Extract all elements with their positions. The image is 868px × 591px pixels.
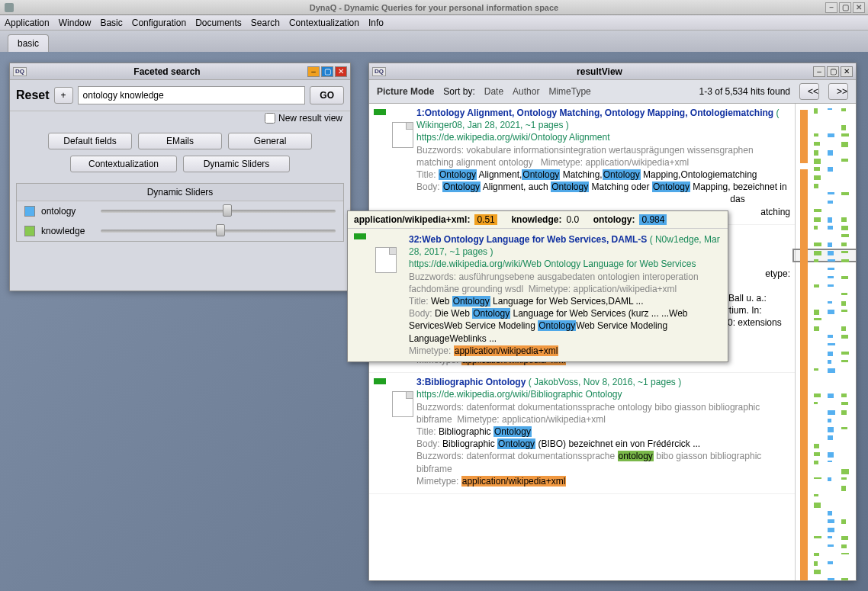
menu-basic[interactable]: Basic	[100, 18, 122, 28]
resultview-close-icon[interactable]: ✕	[841, 66, 853, 77]
result-title: 3:Bibliographic Ontology	[416, 377, 526, 387]
menu-documents[interactable]: Documents	[195, 18, 242, 28]
menu-contextualization[interactable]: Contextualization	[289, 18, 359, 28]
buzzwords-label: Buzzwords:	[416, 451, 464, 461]
result-mime: application/wikipedia+xml	[585, 157, 689, 168]
slider-row-ontology: ontology	[17, 201, 343, 221]
faceted-close-icon[interactable]: ✕	[335, 66, 347, 77]
new-result-view-label: New result view	[278, 113, 342, 124]
add-button[interactable]: +	[54, 87, 73, 104]
highlight-ontology: Ontology	[493, 426, 532, 437]
tooltip-ontology-value: 0.984	[639, 214, 667, 225]
resultview-minimize-icon[interactable]: –	[813, 66, 825, 77]
buzzwords-label: Buzzwords:	[409, 271, 456, 282]
title-label: Title:	[409, 296, 429, 307]
menu-configuration[interactable]: Configuration	[132, 18, 186, 28]
general-button[interactable]: General	[228, 133, 312, 149]
mimetype-label: Mimetype:	[416, 476, 458, 487]
maximize-icon[interactable]: ▢	[839, 2, 851, 13]
new-result-view-checkbox[interactable]	[265, 113, 275, 124]
highlight-ontology: Ontology	[538, 320, 576, 331]
slider-label-knowledge: knowledge	[41, 226, 95, 236]
menu-application[interactable]: Application	[5, 18, 50, 28]
tooltip-mime: application/wikipedia+xml	[573, 284, 677, 294]
tabbar: basic	[0, 31, 868, 52]
hits-label: 1-3 of 5,534 hits found	[699, 86, 790, 97]
document-icon	[392, 122, 413, 148]
dq-icon: DQ	[13, 67, 27, 76]
mimetype-label: Mimetype:	[457, 414, 499, 425]
faceted-title: Faceted search	[27, 66, 307, 77]
menu-search[interactable]: Search	[251, 18, 280, 28]
sort-author[interactable]: Author	[513, 86, 539, 97]
close-icon[interactable]: ✕	[853, 2, 865, 13]
resultview-title: resultView	[386, 66, 813, 77]
mimetype-label: Mimetype:	[529, 284, 571, 294]
search-input[interactable]	[78, 86, 306, 104]
menu-info[interactable]: Info	[368, 18, 384, 28]
minimap[interactable]	[795, 104, 856, 580]
tooltip-mime-value: 0.51	[474, 214, 497, 225]
highlight-mimetype: application/wikipedia+xml	[454, 345, 559, 356]
result-meta: ( JakobVoss, Nov 8, 2016, ~1 pages )	[529, 377, 681, 387]
menu-window[interactable]: Window	[59, 18, 92, 28]
knowledge-color-icon	[24, 226, 35, 236]
go-button[interactable]: GO	[310, 86, 344, 104]
tooltip-ontology-label: ontology:	[593, 214, 635, 225]
faceted-maximize-icon[interactable]: ▢	[321, 66, 333, 77]
result-item[interactable]: 3:Bibliographic Ontology ( JakobVoss, No…	[369, 373, 795, 494]
result-url: https://de.wikipedia.org/wiki/Ontology A…	[416, 132, 609, 143]
next-button[interactable]: >>	[828, 83, 848, 100]
window-titlebar: DynaQ - Dynamic Queries for your persona…	[0, 0, 868, 15]
dynamic-sliders-section: Dynamic Sliders ontology knowledge	[16, 183, 344, 242]
dynamic-sliders-title: Dynamic Sliders	[17, 184, 343, 201]
contextualization-button[interactable]: Contextualization	[70, 156, 177, 172]
tooltip-url: https://de.wikipedia.org/wiki/Web Ontolo…	[409, 259, 696, 269]
resultview-maximize-icon[interactable]: ▢	[827, 66, 839, 77]
document-icon	[392, 391, 413, 417]
slider-ontology[interactable]	[101, 210, 336, 213]
reset-label: Reset	[16, 88, 50, 102]
highlight-ontology: Ontology	[497, 438, 535, 449]
slider-thumb-ontology[interactable]	[223, 204, 232, 217]
highlight-ontology: Ontology	[439, 169, 477, 180]
sort-date[interactable]: Date	[484, 86, 503, 97]
tooltip-mime-label: application/wikipedia+xml:	[354, 214, 470, 225]
highlight-ontology-green: ontology	[618, 451, 654, 461]
mimetype-label: Mimetype:	[409, 345, 451, 356]
menubar: Application Window Basic Configuration D…	[0, 15, 868, 31]
window-title: DynaQ - Dynamic Queries for your persona…	[310, 3, 558, 12]
relevance-indicator-icon	[374, 378, 386, 384]
body-label: Body:	[416, 181, 440, 192]
minimize-icon[interactable]: –	[825, 2, 837, 13]
picture-mode-button[interactable]: Picture Mode	[377, 86, 434, 97]
faceted-minimize-icon[interactable]: –	[307, 66, 320, 77]
highlight-ontology: Ontology	[472, 308, 510, 319]
sort-mimetype[interactable]: MimeType	[548, 86, 590, 97]
default-fields-button[interactable]: Default fields	[48, 133, 132, 149]
slider-thumb-knowledge[interactable]	[216, 224, 225, 236]
slider-row-knowledge: knowledge	[17, 221, 343, 241]
highlight-mimetype: application/wikipedia+xml	[461, 476, 567, 487]
emails-button[interactable]: EMails	[138, 133, 222, 149]
resultview-toolbar: Picture Mode Sort by: Date Author MimeTy…	[369, 80, 856, 104]
highlight-ontology: Ontology	[652, 181, 690, 192]
relevance-indicator-icon	[354, 233, 366, 239]
dynamic-sliders-button[interactable]: Dynamic Sliders	[183, 156, 290, 172]
highlight-ontology: Ontology	[442, 181, 481, 192]
result-item[interactable]: 1:Ontology Alignment, Ontology Matching,…	[369, 104, 795, 225]
buzzwords-label: Buzzwords:	[416, 402, 464, 413]
prev-button[interactable]: <<	[799, 83, 819, 100]
slider-knowledge[interactable]	[101, 230, 336, 233]
title-label: Title:	[416, 426, 436, 437]
workspace: DY DQ Faceted search – ▢ ✕ Reset + GO Ne…	[0, 52, 868, 591]
app-icon	[5, 3, 14, 12]
tooltip-title: 32:Web Ontology Language for Web Service…	[409, 234, 647, 245]
highlight-ontology: Ontology	[522, 169, 560, 180]
tab-basic[interactable]: basic	[8, 34, 49, 52]
faceted-header: DQ Faceted search – ▢ ✕	[10, 63, 350, 80]
buzzwords-label: Buzzwords:	[416, 145, 464, 156]
title-label: Title:	[416, 169, 436, 180]
body-label: Body:	[416, 438, 440, 449]
result-mime: application/wikipedia+xml	[502, 414, 606, 425]
